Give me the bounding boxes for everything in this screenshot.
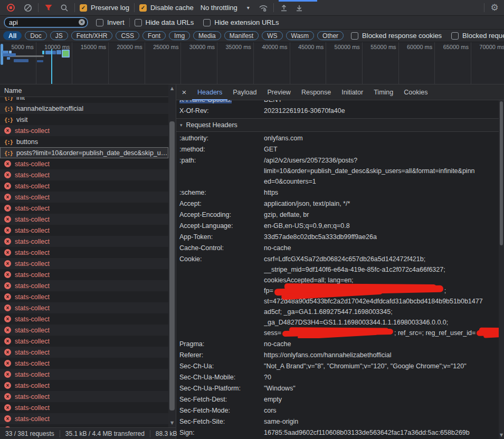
request-row[interactable]: ×stats-collect xyxy=(0,258,168,269)
name-column-header[interactable]: Name xyxy=(0,84,176,97)
request-row[interactable]: {:}visit xyxy=(0,114,168,125)
network-conditions-button[interactable] xyxy=(258,3,269,13)
tab-headers[interactable]: Headers xyxy=(192,84,227,100)
hide-extension-urls-checkbox[interactable] xyxy=(203,19,211,26)
tab-preview[interactable]: Preview xyxy=(262,84,296,100)
request-row[interactable]: ×stats-collect xyxy=(0,236,168,247)
request-row[interactable]: ×stats-collect xyxy=(0,214,168,225)
search-button[interactable] xyxy=(59,3,70,13)
request-row[interactable]: ×stats-collect xyxy=(0,280,168,291)
request-row[interactable]: ×stats-collect xyxy=(0,125,168,136)
throttling-select[interactable]: No throttling xyxy=(201,4,237,12)
type-filter-doc[interactable]: Doc xyxy=(25,31,46,40)
request-row[interactable]: ×stats-collect xyxy=(0,413,168,424)
request-headers-section[interactable]: ▾Request Headers xyxy=(176,118,499,132)
blocked-requests-toggle[interactable]: Blocked requests xyxy=(451,32,504,40)
type-filter-all[interactable]: All xyxy=(3,31,22,40)
header-row: Pragma:no-cache xyxy=(176,339,499,349)
type-filter-js[interactable]: JS xyxy=(50,31,68,40)
header-name: X-Of-Rev: xyxy=(179,106,264,116)
type-filter-css[interactable]: CSS xyxy=(116,31,139,40)
request-row[interactable]: ×stats-collect xyxy=(0,247,168,258)
tab-cookies[interactable]: Cookies xyxy=(398,84,433,100)
import-har-button[interactable] xyxy=(279,3,289,13)
type-filter-img[interactable]: Img xyxy=(169,31,190,40)
requests-scrollbar[interactable]: ▲ ▼ xyxy=(168,84,176,427)
preserve-log-toggle[interactable]: ✓ Preserve log xyxy=(80,4,129,12)
scrollbar-thumb[interactable] xyxy=(169,121,175,411)
request-row[interactable]: ×stats-collect xyxy=(0,336,168,347)
header-value-text: no-cache xyxy=(264,244,291,252)
toolbar-divider xyxy=(484,3,484,12)
type-filter-other[interactable]: Other xyxy=(317,31,344,40)
headers-content: X-Frame-Options:DENYX-Of-Rev:20231226191… xyxy=(176,100,499,439)
request-row[interactable]: ×stats-collect xyxy=(0,180,168,192)
tab-payload[interactable]: Payload xyxy=(227,84,262,100)
header-value-line: DENY xyxy=(264,100,499,105)
tab-timing[interactable]: Timing xyxy=(368,84,398,100)
request-row[interactable]: ×stats-collect xyxy=(0,347,168,358)
request-row[interactable]: ×stats-collect xyxy=(0,391,168,402)
preserve-log-checkbox[interactable]: ✓ xyxy=(80,4,87,12)
toolbar-divider xyxy=(134,3,135,12)
request-row[interactable]: ×stats-collect xyxy=(0,380,168,391)
blocked-requests-checkbox[interactable] xyxy=(451,32,459,40)
disable-cache-toggle[interactable]: ✓ Disable cache xyxy=(139,4,194,12)
clear-button[interactable] xyxy=(23,3,33,13)
request-row[interactable]: ×stats-collect xyxy=(0,169,168,180)
request-row[interactable]: ×stats-collect xyxy=(0,291,168,302)
request-row[interactable]: ×stats-collect xyxy=(0,269,168,280)
header-name: Sec-Fetch-Site: xyxy=(179,416,264,427)
record-button[interactable] xyxy=(5,3,16,13)
request-name: buttons xyxy=(16,138,38,146)
blocked-response-cookies-checkbox[interactable] xyxy=(351,32,358,40)
tab-initiator[interactable]: Initiator xyxy=(336,84,368,100)
request-row[interactable]: {:}hannahelizabethofficial xyxy=(0,103,168,114)
type-filter-manifest[interactable]: Manifest xyxy=(224,31,259,40)
details-scrollbar[interactable]: ▼ xyxy=(499,100,504,439)
scroll-down-icon[interactable]: ▼ xyxy=(168,420,176,426)
invert-checkbox[interactable] xyxy=(96,19,103,26)
header-value: https xyxy=(264,187,499,198)
timeline-overview[interactable]: 5000 ms10000 ms15000 ms20000 ms25000 ms3… xyxy=(0,42,504,84)
header-value-text: empty xyxy=(264,396,282,403)
hide-data-urls-toggle[interactable]: Hide data URLs xyxy=(135,18,194,26)
request-row[interactable]: ×stats-collect xyxy=(0,225,168,236)
type-filter-font[interactable]: Font xyxy=(142,31,166,40)
scroll-down-icon[interactable]: ▼ xyxy=(499,432,504,438)
type-filter-ws[interactable]: WS xyxy=(262,31,282,40)
header-value: application/json, text/plain, */* xyxy=(264,198,499,209)
request-row[interactable]: ×stats-collect xyxy=(0,192,168,203)
request-row[interactable]: ×stats-collect xyxy=(0,325,168,336)
request-row[interactable]: ×stats-collect xyxy=(0,302,168,313)
invert-toggle[interactable]: Invert xyxy=(96,18,125,26)
header-value-text: sess= xyxy=(264,329,281,337)
scroll-up-icon[interactable]: ▲ xyxy=(168,85,176,92)
settings-button[interactable]: ⚙ xyxy=(489,3,500,13)
request-row[interactable]: ×stats-collect xyxy=(0,158,168,169)
type-filter-fetch-xhr[interactable]: Fetch/XHR xyxy=(71,31,113,40)
chevron-down-icon[interactable]: ▾ xyxy=(247,5,250,11)
disable-cache-checkbox[interactable]: ✓ xyxy=(139,4,147,12)
request-row[interactable]: {:}init xyxy=(0,97,168,103)
request-row[interactable]: {:}buttons xyxy=(0,136,168,147)
filter-input[interactable] xyxy=(4,17,88,27)
collapse-triangle-icon: ▾ xyxy=(180,122,183,128)
type-filter-media[interactable]: Media xyxy=(193,31,221,40)
hide-data-urls-checkbox[interactable] xyxy=(135,19,142,26)
request-row[interactable]: ×stats-collect xyxy=(0,358,168,369)
hide-extension-urls-toggle[interactable]: Hide extension URLs xyxy=(203,18,279,26)
request-row[interactable]: ×stats-collect xyxy=(0,203,168,214)
request-row[interactable]: ×stats-collect xyxy=(0,369,168,380)
filter-button[interactable] xyxy=(43,3,54,13)
export-har-button[interactable] xyxy=(294,3,305,13)
request-row[interactable]: ×stats-collect xyxy=(0,313,168,325)
blocked-response-cookies-toggle[interactable]: Blocked response cookies xyxy=(351,32,442,40)
name-column-label: Name xyxy=(4,87,22,94)
close-details-button[interactable]: × xyxy=(176,88,192,97)
request-row[interactable]: ×stats-collect xyxy=(0,402,168,413)
type-filter-wasm[interactable]: Wasm xyxy=(286,31,315,40)
scrollbar-thumb[interactable] xyxy=(500,101,503,245)
request-row[interactable]: {:}posts?limit=10&order=publish_date_des… xyxy=(0,147,168,158)
tab-response[interactable]: Response xyxy=(296,84,336,100)
